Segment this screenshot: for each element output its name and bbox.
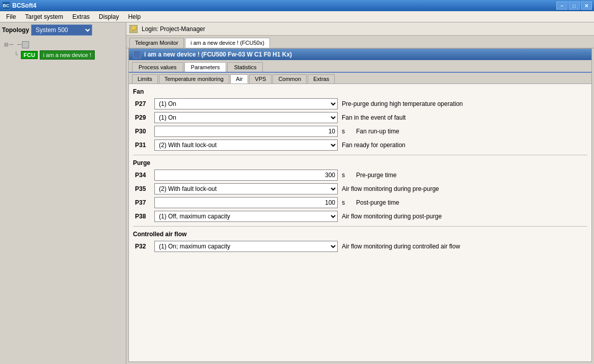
- param-select-p31[interactable]: (1) Without fault lock-out (2) With faul…: [154, 139, 338, 151]
- param-desc-p29: Fan in the event of fault: [342, 114, 585, 121]
- title-bar: BC BCSoft4 – □ ✕: [0, 0, 594, 11]
- device-title-text: i am a new device ! (FCU500 Fw-03 W C1 F…: [144, 51, 292, 58]
- param-row-p31: P31 (1) Without fault lock-out (2) With …: [133, 139, 587, 151]
- param-control-p35: (1) Without fault lock-out (2) With faul…: [154, 183, 338, 194]
- param-desc-p30: Fan run-up time: [356, 128, 585, 135]
- device-tab-bar: Telegram Monitor i am a new device ! (FC…: [126, 36, 594, 48]
- param-id-p31: P31: [135, 142, 150, 149]
- fcu-tree-line: └: [14, 51, 18, 59]
- param-unit-p34: s: [342, 172, 352, 179]
- tab-device[interactable]: i am a new device ! (FCU50x): [185, 38, 270, 48]
- param-select-p38[interactable]: (1) Off, maximum capacity (2) On, maximu…: [154, 211, 338, 222]
- param-row-p29: P29 (1) On (2) Off Fan in the event of f…: [133, 112, 587, 123]
- param-id-p37: P37: [135, 199, 150, 206]
- subtab-temperature-monitoring[interactable]: Temperature monitoring: [159, 74, 229, 83]
- param-row-p35: P35 (1) Without fault lock-out (2) With …: [133, 183, 587, 194]
- menu-extras[interactable]: Extras: [68, 12, 94, 21]
- system-select[interactable]: System 500: [31, 24, 92, 36]
- param-desc-p34: Pre-purge time: [356, 172, 585, 179]
- param-row-p38: P38 (1) Off, maximum capacity (2) On, ma…: [133, 211, 587, 222]
- tab-process-values[interactable]: Process values: [132, 62, 183, 72]
- tab-parameters[interactable]: Parameters: [184, 62, 227, 72]
- param-select-p35[interactable]: (1) Without fault lock-out (2) With faul…: [154, 183, 338, 194]
- inner-tab-bar: Process values Parameters Statistics: [129, 60, 591, 73]
- param-desc-p38: Air flow monitoring during post-purge: [342, 213, 585, 220]
- subtab-vps[interactable]: VPS: [249, 74, 272, 83]
- app-title: BCSoft4: [12, 2, 556, 9]
- menu-display[interactable]: Display: [95, 12, 123, 21]
- param-desc-p35: Air flow monitoring during pre-purge: [342, 185, 585, 192]
- param-row-p32: P32 (1) On; maximum capacity (2) Off; ma…: [133, 241, 587, 252]
- param-control-p29: (1) On (2) Off: [154, 112, 338, 123]
- subtab-common[interactable]: Common: [273, 74, 307, 83]
- sidebar: Topology System 500 ⊟ ─ ─ └ FCU i am a n…: [0, 22, 126, 364]
- sub-tab-bar: Limits Temperature monitoring Air VPS Co…: [129, 73, 591, 84]
- topology-label: Topology: [2, 26, 29, 34]
- param-input-p34[interactable]: [154, 170, 338, 181]
- param-row-p37: P37 s Post-purge time: [133, 197, 587, 208]
- login-icon: 🔑: [129, 25, 138, 33]
- param-control-p37: [154, 197, 338, 208]
- tree-root: ⊟ ─ ─: [4, 41, 122, 48]
- tree-area: ⊟ ─ ─ └ FCU i am a new device !: [2, 39, 124, 62]
- fcu-node: └ FCU i am a new device !: [14, 50, 122, 60]
- login-text: Login: Project-Manager: [142, 25, 205, 33]
- param-id-p30: P30: [135, 128, 150, 135]
- param-input-p30[interactable]: [154, 126, 338, 137]
- maximize-button[interactable]: □: [569, 2, 580, 10]
- menu-bar: File Target system Extras Display Help: [0, 11, 594, 22]
- tree-connector: ─ ─: [9, 41, 21, 48]
- param-control-p34: [154, 170, 338, 181]
- param-id-p34: P34: [135, 172, 150, 179]
- param-desc-p32: Air flow monitoring during controlled ai…: [342, 243, 585, 250]
- params-content: Fan P27 (1) On (2) Off Pre-purge during …: [129, 84, 591, 361]
- param-row-p30: P30 s Fan run-up time: [133, 126, 587, 137]
- divider-purge: [133, 155, 587, 155]
- param-select-p32[interactable]: (1) On; maximum capacity (2) Off; maximu…: [154, 241, 338, 252]
- param-select-p27[interactable]: (1) On (2) Off: [154, 98, 338, 109]
- param-input-p37[interactable]: [154, 197, 338, 208]
- login-bar: 🔑 Login: Project-Manager: [126, 22, 594, 36]
- device-title-icon: [133, 50, 141, 59]
- param-id-p27: P27: [135, 100, 150, 107]
- section-controlled-label: Controlled air flow: [133, 231, 587, 238]
- param-id-p35: P35: [135, 185, 150, 192]
- param-control-p32: (1) On; maximum capacity (2) Off; maximu…: [154, 241, 338, 252]
- subtab-air[interactable]: Air: [230, 74, 248, 83]
- section-purge-label: Purge: [133, 159, 587, 166]
- app-icon: BC: [2, 2, 10, 10]
- window-controls: – □ ✕: [556, 2, 592, 10]
- param-desc-p31: Fan ready for operation: [342, 142, 585, 149]
- section-fan-label: Fan: [133, 88, 587, 95]
- content-area: 🔑 Login: Project-Manager Telegram Monito…: [126, 22, 594, 364]
- menu-target-system[interactable]: Target system: [21, 12, 67, 21]
- param-id-p29: P29: [135, 114, 150, 121]
- subtab-limits[interactable]: Limits: [132, 74, 158, 83]
- param-select-p29[interactable]: (1) On (2) Off: [154, 112, 338, 123]
- tree-node-icon: [22, 41, 29, 48]
- minimize-button[interactable]: –: [556, 2, 568, 10]
- param-control-p38: (1) Off, maximum capacity (2) On, maximu…: [154, 211, 338, 222]
- divider-controlled: [133, 226, 587, 227]
- device-panel: i am a new device ! (FCU500 Fw-03 W C1 F…: [128, 48, 592, 362]
- param-unit-p37: s: [342, 199, 352, 206]
- param-unit-p30: s: [342, 128, 352, 135]
- tab-telegram-monitor[interactable]: Telegram Monitor: [129, 38, 184, 48]
- main-layout: Topology System 500 ⊟ ─ ─ └ FCU i am a n…: [0, 22, 594, 364]
- fcu-device-name[interactable]: i am a new device !: [40, 50, 95, 60]
- fcu-badge: FCU: [21, 51, 38, 59]
- tree-expand-icon[interactable]: ⊟: [4, 42, 8, 47]
- param-control-p31: (1) Without fault lock-out (2) With faul…: [154, 139, 338, 151]
- param-desc-p37: Post-purge time: [356, 199, 585, 206]
- param-control-p27: (1) On (2) Off: [154, 98, 338, 109]
- param-id-p32: P32: [135, 243, 150, 250]
- menu-help[interactable]: Help: [124, 12, 145, 21]
- menu-file[interactable]: File: [2, 12, 20, 21]
- param-id-p38: P38: [135, 213, 150, 220]
- subtab-extras[interactable]: Extras: [308, 74, 335, 83]
- tab-statistics[interactable]: Statistics: [227, 62, 263, 72]
- param-desc-p27: Pre-purge during high temperature operat…: [342, 100, 585, 107]
- sidebar-header: Topology System 500: [2, 24, 124, 36]
- param-row-p34: P34 s Pre-purge time: [133, 170, 587, 181]
- close-button[interactable]: ✕: [581, 2, 592, 10]
